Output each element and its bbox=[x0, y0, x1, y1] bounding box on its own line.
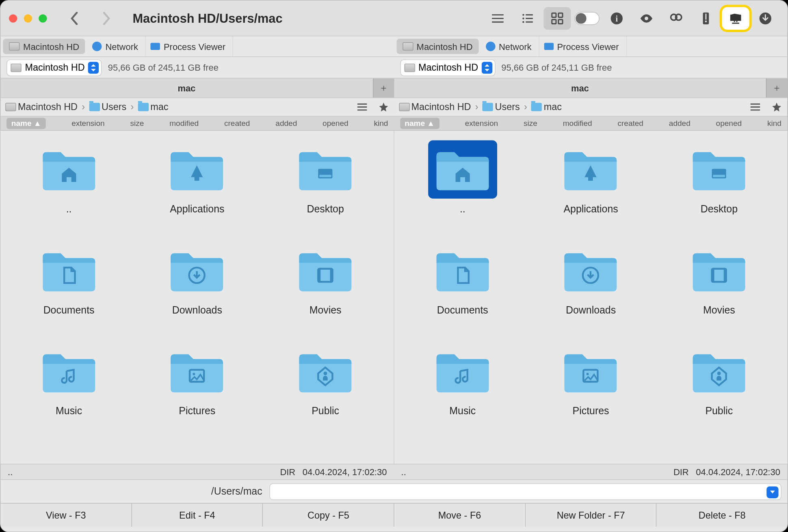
tab-left[interactable]: mac bbox=[0, 78, 372, 97]
updown-icon bbox=[88, 62, 99, 74]
sort-added[interactable]: added bbox=[275, 119, 297, 128]
favorite-star-right[interactable] bbox=[766, 98, 788, 116]
sort-created[interactable]: created bbox=[224, 119, 250, 128]
favorite-process-viewer-left[interactable]: Process Viewer bbox=[146, 36, 233, 56]
quicklook-button[interactable] bbox=[633, 7, 660, 30]
svg-rect-3 bbox=[526, 17, 533, 19]
view-list-button[interactable] bbox=[484, 7, 511, 30]
crumb-users-right[interactable]: Users bbox=[483, 102, 520, 112]
crumb-mac-left[interactable]: mac bbox=[138, 102, 169, 112]
disk-icon bbox=[9, 42, 19, 50]
sort-extension[interactable]: extension bbox=[465, 119, 498, 128]
picture-folder-icon bbox=[560, 346, 621, 397]
minimize-button[interactable] bbox=[24, 14, 32, 22]
hidden-files-toggle[interactable] bbox=[573, 7, 600, 30]
crumb-mac-right[interactable]: mac bbox=[531, 102, 562, 112]
fn-newfolder[interactable]: New Folder - F7 bbox=[526, 504, 657, 527]
sort-extension[interactable]: extension bbox=[71, 119, 104, 128]
crumb-users-left[interactable]: Users bbox=[89, 102, 126, 112]
sort-size[interactable]: size bbox=[130, 119, 144, 128]
window-title: Macintosh HD/Users/mac bbox=[132, 11, 282, 25]
cmd-input[interactable] bbox=[269, 483, 782, 500]
favorite-process-viewer-right[interactable]: Process Viewer bbox=[539, 36, 627, 56]
sort-opened[interactable]: opened bbox=[323, 119, 349, 128]
drive-selector-left[interactable]: Macintosh HD bbox=[6, 59, 102, 76]
close-button[interactable] bbox=[9, 14, 17, 22]
info-button[interactable]: i bbox=[603, 7, 630, 30]
fn-move[interactable]: Move - F6 bbox=[394, 504, 526, 527]
sort-opened[interactable]: opened bbox=[716, 119, 742, 128]
pane-right[interactable]: .. Applications Desktop Documents Downlo… bbox=[394, 131, 787, 464]
fn-view[interactable]: View - F3 bbox=[0, 504, 132, 527]
svg-rect-25 bbox=[330, 269, 333, 282]
share-button[interactable] bbox=[722, 7, 749, 30]
folder-item[interactable]: .. bbox=[401, 141, 524, 236]
favorite-macintosh-hd-left[interactable]: Macintosh HD bbox=[3, 39, 85, 54]
favorite-star-left[interactable] bbox=[372, 98, 394, 116]
list-toggle-right[interactable] bbox=[745, 98, 766, 116]
folder-item[interactable]: Documents bbox=[401, 241, 524, 336]
folder-item[interactable]: Movies bbox=[264, 241, 387, 336]
sort-name[interactable]: name ▲ bbox=[400, 118, 439, 129]
search-button[interactable] bbox=[662, 7, 690, 30]
crumb-root-left[interactable]: Macintosh HD bbox=[5, 102, 78, 112]
view-columns-button[interactable] bbox=[514, 7, 541, 30]
sort-kind[interactable]: kind bbox=[374, 119, 388, 128]
svg-rect-21 bbox=[319, 175, 331, 177]
svg-point-12 bbox=[645, 16, 648, 20]
folder-icon bbox=[531, 103, 542, 111]
fn-edit[interactable]: Edit - F4 bbox=[132, 504, 263, 527]
folder-item[interactable]: Applications bbox=[530, 141, 652, 236]
disk-icon bbox=[5, 103, 16, 111]
folder-label: Public bbox=[705, 406, 733, 417]
favorite-macintosh-hd-right[interactable]: Macintosh HD bbox=[396, 39, 478, 54]
new-tab-right[interactable]: ＋ bbox=[766, 78, 788, 97]
folder-item[interactable]: .. bbox=[8, 141, 130, 236]
favorite-network-left[interactable]: Network bbox=[88, 36, 146, 56]
folder-item[interactable]: Pictures bbox=[530, 342, 652, 437]
sort-size[interactable]: size bbox=[524, 119, 537, 128]
download-button[interactable] bbox=[752, 7, 779, 30]
folder-item[interactable]: Public bbox=[658, 342, 780, 437]
cmd-dropdown[interactable] bbox=[766, 486, 778, 498]
folder-item[interactable]: Documents bbox=[8, 241, 130, 336]
list-toggle-left[interactable] bbox=[351, 98, 373, 116]
sort-created[interactable]: created bbox=[617, 119, 643, 128]
folder-label: Public bbox=[312, 406, 339, 417]
drive-selector-right[interactable]: Macintosh HD bbox=[400, 59, 496, 76]
back-button[interactable] bbox=[60, 7, 89, 29]
sort-kind[interactable]: kind bbox=[767, 119, 782, 128]
sort-name[interactable]: name ▲ bbox=[6, 118, 46, 129]
sort-modified[interactable]: modified bbox=[169, 119, 199, 128]
fn-copy[interactable]: Copy - F5 bbox=[263, 504, 394, 527]
view-icons-button[interactable] bbox=[543, 7, 571, 30]
favorite-network-right[interactable]: Network bbox=[481, 36, 539, 56]
folder-item[interactable]: Music bbox=[401, 342, 524, 437]
archive-button[interactable] bbox=[692, 7, 719, 30]
sort-added[interactable]: added bbox=[669, 119, 691, 128]
movie-folder-icon bbox=[688, 245, 750, 296]
folder-item[interactable]: Downloads bbox=[136, 241, 258, 336]
folder-item[interactable]: Movies bbox=[658, 241, 780, 336]
desktop-folder-icon bbox=[294, 144, 356, 195]
new-tab-left[interactable]: ＋ bbox=[372, 78, 394, 97]
folder-item[interactable]: Public bbox=[264, 342, 387, 437]
svg-rect-24 bbox=[318, 269, 321, 282]
folder-item[interactable]: Pictures bbox=[136, 342, 258, 437]
folder-item[interactable]: Downloads bbox=[530, 241, 652, 336]
folder-icon bbox=[89, 103, 100, 111]
breadcrumb-right: Macintosh HD › Users › mac bbox=[394, 98, 788, 116]
zoom-button[interactable] bbox=[39, 14, 47, 22]
forward-button[interactable] bbox=[92, 7, 121, 29]
folder-item[interactable]: Music bbox=[8, 342, 130, 437]
svg-rect-16 bbox=[705, 13, 706, 19]
folder-item[interactable]: Applications bbox=[136, 141, 258, 236]
tab-right[interactable]: mac bbox=[394, 78, 766, 97]
pane-left[interactable]: .. Applications Desktop Documents Downlo… bbox=[0, 131, 394, 464]
fn-delete[interactable]: Delete - F8 bbox=[657, 504, 788, 527]
folder-item[interactable]: Desktop bbox=[658, 141, 780, 236]
folder-item[interactable]: Desktop bbox=[264, 141, 387, 236]
folder-label: Movies bbox=[310, 305, 342, 316]
sort-modified[interactable]: modified bbox=[563, 119, 592, 128]
crumb-root-right[interactable]: Macintosh HD bbox=[399, 102, 471, 112]
